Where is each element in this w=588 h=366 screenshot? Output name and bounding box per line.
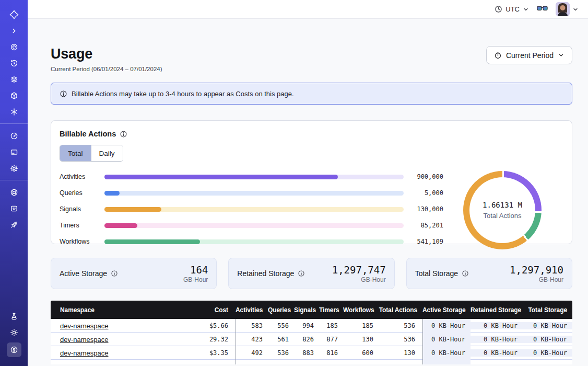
page-title: Usage <box>51 46 162 62</box>
bar-track <box>104 223 404 228</box>
bar-row-workflows: Workflows 541,109 <box>60 238 443 245</box>
storage-unit: GB-Hour <box>183 276 208 283</box>
total-actions-donut: 1.66131 M Total Actions <box>463 171 542 249</box>
schedules-icon[interactable] <box>8 57 20 70</box>
banner-text: Billable Actions may take up to 3-4 hour… <box>72 90 294 98</box>
namespace-link[interactable]: dev-namespace <box>60 336 109 344</box>
timezone-selector[interactable]: UTC <box>495 5 529 13</box>
bar-row-queries: Queries 5,000 <box>60 189 443 197</box>
storage-summary-row: Active Storage 164 GB-Hour Retained Stor… <box>51 258 572 289</box>
temporal-logo-icon[interactable] <box>8 8 20 21</box>
bar-row-timers: Timers 85,201 <box>60 222 443 229</box>
billable-actions-card: Billable Actions Total Daily Activities … <box>51 120 572 244</box>
info-icon[interactable] <box>462 270 469 277</box>
bar-track <box>104 207 404 212</box>
storage-unit: GB-Hour <box>332 276 386 283</box>
chevron-down-icon <box>523 6 529 13</box>
namespaces-icon[interactable] <box>8 41 20 53</box>
storage-unit: GB-Hour <box>510 276 563 283</box>
retained-storage-value: 1,297,747 <box>332 264 386 276</box>
timezone-label: UTC <box>505 5 520 13</box>
chevron-down-icon <box>572 6 579 13</box>
namespace-link[interactable]: dev-namespace <box>60 322 109 330</box>
content: Usage Current Period (06/01/2024 – 07/01… <box>28 19 588 364</box>
active-storage-value: 164 <box>183 264 208 276</box>
feedback-glasses-icon[interactable] <box>537 5 548 14</box>
topbar: UTC <box>28 0 588 19</box>
usage-gauge-icon[interactable] <box>8 130 20 142</box>
period-dropdown-button[interactable]: Current Period <box>486 46 572 64</box>
billable-bar-chart: Activities 900,000 Queries 5,000 Signals <box>60 171 443 249</box>
bar-track <box>104 175 404 179</box>
bar-track <box>104 191 404 196</box>
deployments-cube-icon[interactable] <box>8 89 20 102</box>
total-storage-value: 1,297,910 <box>510 264 563 276</box>
support-lifebuoy-icon[interactable] <box>8 186 20 199</box>
table-row-partial: dev-namespace <box>51 360 572 364</box>
retained-storage-card: Retained Storage 1,297,747 GB-Hour <box>228 258 394 289</box>
info-icon[interactable] <box>111 270 118 277</box>
donut-total-value: 1.66131 M <box>483 201 522 209</box>
theme-sun-icon[interactable] <box>8 326 20 339</box>
chevron-down-icon <box>558 52 565 59</box>
page-subtitle: Current Period (06/01/2024 – 07/01/2024) <box>51 66 162 72</box>
billable-view-tabs: Total Daily <box>60 145 123 162</box>
settings-gear-icon[interactable] <box>8 162 20 175</box>
table-row: dev-namespace $5.66 583 556 994 185 185 … <box>51 319 572 333</box>
bar-row-activities: Activities 900,000 <box>60 173 443 180</box>
avatar <box>556 2 570 16</box>
sidebar-divider <box>0 123 28 124</box>
clock-icon <box>495 5 502 13</box>
sidebar <box>0 0 28 366</box>
info-banner: Billable Actions may take up to 3-4 hour… <box>51 83 572 105</box>
info-icon <box>60 90 67 98</box>
expand-chevron-icon[interactable] <box>8 25 20 37</box>
donut-total-label: Total Actions <box>484 212 522 220</box>
active-storage-card: Active Storage 164 GB-Hour <box>51 258 217 289</box>
table-row: dev-namespace 29.32 423 561 826 877 130 … <box>51 333 572 346</box>
bar-row-signals: Signals 130,000 <box>60 205 443 213</box>
table-header: Namespace Cost Activities Queries Signal… <box>51 301 572 319</box>
info-icon[interactable] <box>120 130 127 138</box>
tab-total[interactable]: Total <box>60 145 91 161</box>
billing-card-icon[interactable] <box>8 146 20 158</box>
billable-actions-title: Billable Actions <box>60 130 116 138</box>
usage-coin-icon[interactable] <box>7 342 21 357</box>
user-menu[interactable] <box>556 2 579 16</box>
stopwatch-icon <box>494 51 502 59</box>
rocket-icon[interactable] <box>8 219 20 231</box>
namespace-usage-table: Namespace Cost Activities Queries Signal… <box>51 301 572 364</box>
namespace-link[interactable]: dev-namespace <box>60 349 109 357</box>
docs-monitor-icon[interactable] <box>8 202 20 215</box>
asterisk-icon[interactable] <box>8 106 20 118</box>
sidebar-divider <box>0 180 28 180</box>
app-root: UTC Usage <box>0 0 588 366</box>
layers-icon[interactable] <box>8 73 20 86</box>
labs-flask-icon[interactable] <box>8 310 20 323</box>
namespace-link[interactable]: dev-namespace <box>60 363 109 364</box>
info-icon[interactable] <box>298 270 305 277</box>
total-storage-card: Total Storage 1,297,910 GB-Hour <box>406 258 572 289</box>
bar-track <box>104 239 404 244</box>
tab-daily[interactable]: Daily <box>91 145 123 161</box>
table-row: dev-namespace $3.35 492 536 883 816 600 … <box>51 346 572 360</box>
